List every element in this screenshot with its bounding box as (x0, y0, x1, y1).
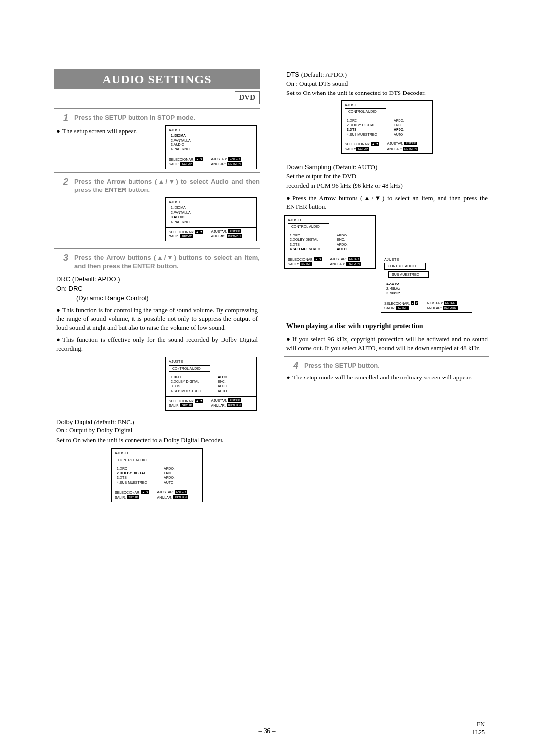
step-4: 4 Press the SETUP button. (293, 361, 490, 370)
dolby-on: On : Output by Dolby Digital (56, 426, 260, 435)
osd-pair: AJUSTE CONTROL AUDIO 1.DRCAPDO. 2.DOLBY … (284, 215, 490, 313)
osd-item: 2. 48kHz (386, 286, 469, 291)
osd-footer: SELECCIONAR: ▲▼ AJUSTAR: ENTER SALIR: SE… (285, 255, 375, 269)
osd-footer: SELECCIONAR: ▲▼ AJUSTAR: ENTER SALIR: SE… (342, 140, 432, 153)
osd-title: AJUSTE (345, 103, 429, 107)
body-text: recorded in PCM 96 kHz (96 kHz or 48 kHz… (286, 181, 488, 190)
step-3: 3 Press the Arrow buttons (▲/▼) buttons … (63, 253, 260, 271)
osd-title: AJUSTE (384, 257, 469, 262)
section-title: AUDIO SETTINGS (54, 69, 260, 89)
body-text: ●The setup screen will appear. (56, 127, 165, 136)
page-number: – 36 – (0, 727, 534, 736)
osd-title: AJUSTE (169, 200, 253, 204)
drc-on: On: DRC (56, 284, 258, 293)
drc-sub: (Dynamic Range Control) (76, 294, 258, 303)
step-1: 1 Press the SETUP button in STOP mode. (63, 113, 260, 122)
osd-panel-drc: AJUSTE CONTROL AUDIO 1.DRCAPDO. 2.DOLBY … (165, 357, 257, 411)
osd-item: 3.AUDIO (171, 215, 253, 219)
dolby-heading: Dolby Digital (default: ENC.) (56, 418, 258, 426)
step-text: Press the Arrow buttons (▲/▼) buttons to… (74, 253, 260, 271)
body-text: ●This function is effective only for the… (56, 335, 258, 353)
osd-title: AJUSTE (169, 128, 253, 132)
body-text: Set the output for the DVD (286, 172, 490, 181)
step-number: 3 (63, 253, 68, 262)
osd-title: AJUSTE (288, 218, 372, 222)
copyright-heading: When playing a disc with copyright prote… (286, 322, 488, 331)
step-text: Press the Arrow buttons (▲/▼) to select … (74, 177, 260, 194)
osd-item: 1.AUTO (386, 282, 469, 286)
step-text: Press the SETUP button in STOP mode. (74, 113, 260, 122)
body-text: ●Press the Arrow buttons (▲/▼) to select… (286, 194, 488, 211)
osd-item: 2.PANTALLA (171, 138, 253, 142)
osd-item: 2.PANTALLA (171, 210, 253, 215)
body-text: Set to On when the unit is connected to … (56, 436, 258, 445)
body-text: ●This function is for controlling the ra… (56, 306, 258, 332)
ds-heading: Down Sampling (Default: AUTO) (286, 163, 488, 172)
text: The setup screen will appear. (62, 127, 137, 135)
osd-panel-dts: AJUSTE CONTROL AUDIO 1.DRCAPDO. 2.DOLBY … (341, 100, 433, 154)
osd-footer: SELECCIONAR: ▲▼ AJUSTAR: ENTER SALIR: SE… (112, 488, 202, 502)
step-2: 2 Press the Arrow buttons (▲/▼) to selec… (63, 177, 260, 194)
bullet: ● (56, 127, 62, 136)
osd-panel-sub-right: AJUSTE CONTROL AUDIO SUB MUESTREO 1.AUTO… (381, 255, 472, 313)
osd-item: 4.PATERNO (171, 147, 253, 151)
osd-subtitle: CONTROL AUDIO (288, 223, 329, 230)
osd-item: 4.PATERNO (171, 220, 253, 224)
osd-footer: SELECCIONAR: ▲▼ AJUSTAR: ENTER SALIR: SE… (166, 396, 256, 410)
drc-heading: DRC (Default: APDO.) (56, 275, 258, 284)
osd-footer: SELECCIONAR: ▲▼ AJUSTAR: ENTER SALIR: SE… (381, 299, 472, 313)
divider (54, 108, 260, 109)
osd-subtitle-inner: SUB MUESTREO (388, 271, 429, 278)
osd-panel-main: AJUSTE 1.IDIOMA 2.PANTALLA 3.AUDIO 4.PAT… (165, 125, 257, 169)
osd-panel-main-audio: AJUSTE 1.IDIOMA 2.PANTALLA 3.AUDIO 4.PAT… (165, 197, 257, 241)
osd-title: AJUSTE (115, 451, 199, 455)
body-text: Set to On when the unit is connected to … (286, 89, 488, 97)
step-number: 1 (63, 113, 68, 122)
divider (54, 172, 260, 173)
divider (54, 248, 260, 249)
osd-footer: SELECCIONAR: ▲▼ AJUSTAR: ENTER SALIR: SE… (166, 155, 256, 169)
osd-item: 3.AUDIO (171, 142, 253, 147)
osd-title: AJUSTE (169, 359, 253, 364)
osd-panel-sub-left: AJUSTE CONTROL AUDIO 1.DRCAPDO. 2.DOLBY … (284, 215, 376, 269)
dts-on: On : Output DTS sound (286, 79, 490, 88)
dvd-badge: DVD (235, 91, 260, 104)
osd-panel-dolby: AJUSTE CONTROL AUDIO 1.DRCAPDO. 2.DOLBY … (111, 448, 203, 502)
step-number: 4 (293, 361, 298, 370)
step-number: 2 (63, 177, 68, 186)
body-text: ●If you select 96 kHz, copyright protect… (286, 335, 488, 352)
osd-footer: SELECCIONAR: ▲▼ AJUSTAR: ENTER SALIR: SE… (166, 227, 256, 241)
osd-subtitle: CONTROL AUDIO (115, 457, 156, 463)
dts-heading: DTS (Default: APDO.) (286, 70, 488, 79)
body-text: ●The setup mode will be cancelled and th… (286, 373, 488, 382)
doc-code: EN1L25 (472, 720, 485, 736)
step-text: Press the SETUP button. (304, 361, 490, 370)
osd-subtitle: CONTROL AUDIO (345, 108, 386, 115)
osd-item: 1.IDIOMA (171, 133, 253, 138)
osd-item: 1.IDIOMA (171, 205, 253, 210)
divider (284, 356, 490, 357)
osd-subtitle: CONTROL AUDIO (169, 365, 210, 372)
osd-item: 3. 96kHz (386, 291, 469, 295)
osd-subtitle: CONTROL AUDIO (384, 263, 426, 269)
